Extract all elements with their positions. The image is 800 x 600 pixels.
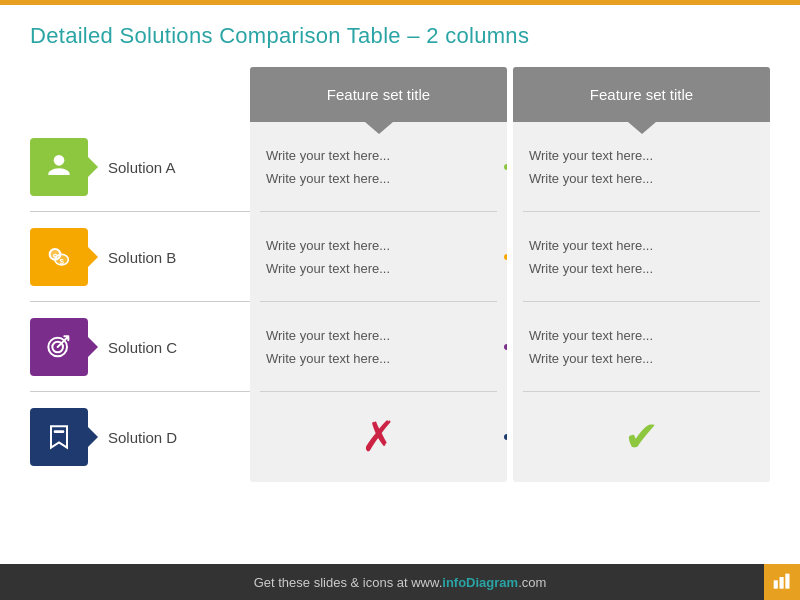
x-mark: ✗	[361, 416, 396, 458]
svg-rect-12	[785, 574, 789, 589]
svg-rect-11	[780, 577, 784, 589]
feature-text-1a-2: Write your text here...	[266, 167, 491, 190]
feature-text-1c-1: Write your text here...	[266, 324, 491, 347]
bookmark-icon	[43, 421, 75, 453]
solutions-column: Solution A $ $ Solution B	[30, 67, 250, 482]
solution-row-b: $ $ Solution B	[30, 212, 250, 302]
feature-cell-1b: Write your text here... Write your text …	[250, 212, 507, 302]
feature-text-2b-2: Write your text here...	[529, 257, 754, 280]
accent-dot-1c	[504, 344, 507, 350]
svg-point-0	[54, 155, 65, 166]
svg-rect-10	[774, 580, 778, 588]
person-icon	[43, 151, 75, 183]
feature-header-2: Feature set title	[513, 67, 770, 122]
brand-highlight: infoDiagram	[442, 575, 518, 590]
footer-brand: infoDiagram.com	[442, 575, 546, 590]
coins-icon: $ $	[43, 241, 75, 273]
feature-text-2c-2: Write your text here...	[529, 347, 754, 370]
feature-col-2: Feature set title Write your text here..…	[513, 67, 770, 482]
solution-d-label: Solution D	[108, 429, 177, 446]
footer: Get these slides & icons at www. infoDia…	[0, 564, 800, 600]
feature-cell-2c: Write your text here... Write your text …	[513, 302, 770, 392]
feature-cell-2d: ✔	[513, 392, 770, 482]
feature-cell-2a: Write your text here... Write your text …	[513, 122, 770, 212]
feature-cell-1d: ✗	[250, 392, 507, 482]
solution-row-d: Solution D	[30, 392, 250, 482]
accent-dot-1b	[504, 254, 507, 260]
feature-text-2c-1: Write your text here...	[529, 324, 754, 347]
feature-text-1a-1: Write your text here...	[266, 144, 491, 167]
solution-row-a: Solution A	[30, 122, 250, 212]
solution-row-c: Solution C	[30, 302, 250, 392]
solution-icon-c	[30, 318, 88, 376]
feature-cell-1a: Write your text here... Write your text …	[250, 122, 507, 212]
solution-icon-a	[30, 138, 88, 196]
feature-text-1c-2: Write your text here...	[266, 347, 491, 370]
feature-text-1b-1: Write your text here...	[266, 234, 491, 257]
feature-text-2a-1: Write your text here...	[529, 144, 754, 167]
solution-icon-d	[30, 408, 88, 466]
solution-c-label: Solution C	[108, 339, 177, 356]
page-title: Detailed Solutions Comparison Table – 2 …	[30, 23, 770, 49]
feature-col-1: Feature set title Write your text here..…	[250, 67, 507, 482]
svg-rect-9	[54, 430, 65, 433]
accent-dot-1a	[504, 164, 507, 170]
diagram-icon	[772, 572, 792, 592]
feature-text-2a-2: Write your text here...	[529, 167, 754, 190]
feature-cell-1c: Write your text here... Write your text …	[250, 302, 507, 392]
accent-dot-1d	[504, 434, 507, 440]
solution-icon-b: $ $	[30, 228, 88, 286]
solution-b-label: Solution B	[108, 249, 176, 266]
target-icon	[43, 331, 75, 363]
footer-logo-icon	[764, 564, 800, 600]
comparison-table: Solution A $ $ Solution B	[30, 67, 770, 482]
feature-cell-2b: Write your text here... Write your text …	[513, 212, 770, 302]
feature-text-2b-1: Write your text here...	[529, 234, 754, 257]
features-area: Feature set title Write your text here..…	[250, 67, 770, 482]
solution-a-label: Solution A	[108, 159, 176, 176]
footer-text: Get these slides & icons at www.	[254, 575, 443, 590]
feature-header-1: Feature set title	[250, 67, 507, 122]
feature-text-1b-2: Write your text here...	[266, 257, 491, 280]
svg-text:$: $	[59, 257, 64, 266]
main-content: Detailed Solutions Comparison Table – 2 …	[0, 5, 800, 492]
check-mark: ✔	[624, 416, 659, 458]
